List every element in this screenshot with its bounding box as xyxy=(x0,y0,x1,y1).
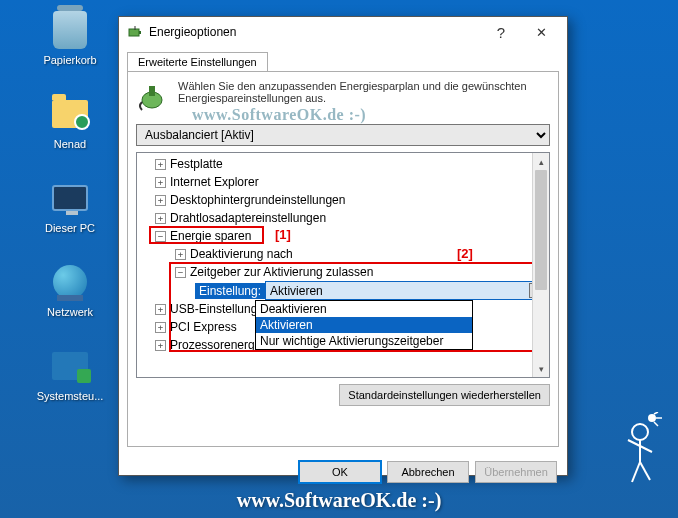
close-button[interactable]: ✕ xyxy=(521,18,561,46)
settings-tree[interactable]: +Festplatte +Internet Explorer +Desktoph… xyxy=(136,152,550,378)
tab-panel: Wählen Sie den anzupassenden Energiespar… xyxy=(127,71,559,447)
svg-rect-3 xyxy=(149,86,155,96)
desktop-icon-network[interactable]: Netzwerk xyxy=(30,262,110,318)
expand-icon[interactable]: + xyxy=(155,213,166,224)
folder-icon xyxy=(50,94,90,134)
recycle-bin-icon xyxy=(50,10,90,50)
tree-item-ie[interactable]: +Internet Explorer xyxy=(141,173,547,191)
annotation-label-2: [2] xyxy=(457,246,473,261)
window-title: Energieoptionen xyxy=(149,25,481,39)
cancel-button[interactable]: Abbrechen xyxy=(387,461,469,483)
tree-item-deaktivierung[interactable]: +Deaktivierung nach xyxy=(141,245,547,263)
dialog-button-row: OK Abbrechen Übernehmen xyxy=(119,455,567,491)
globe-icon xyxy=(50,262,90,302)
ok-button[interactable]: OK xyxy=(299,461,381,483)
tree-item-wlan[interactable]: +Drahtlosadaptereinstellungen xyxy=(141,209,547,227)
desktop-icon-label: Netzwerk xyxy=(30,306,110,318)
desktop-icon-label: Systemsteu... xyxy=(30,390,110,402)
expand-icon[interactable]: + xyxy=(155,340,166,351)
control-panel-icon xyxy=(50,346,90,386)
expand-icon[interactable]: + xyxy=(155,195,166,206)
tabstrip: Erweiterte Einstellungen xyxy=(119,47,567,71)
scroll-up-icon[interactable]: ▴ xyxy=(533,153,549,170)
desktop-icon-user-folder[interactable]: Nenad xyxy=(30,94,110,150)
desktop-icon-this-pc[interactable]: Dieser PC xyxy=(30,178,110,234)
watermark-text: www.SoftwareOK.de :-) xyxy=(192,106,366,124)
expand-icon[interactable]: + xyxy=(155,322,166,333)
scroll-thumb[interactable] xyxy=(535,170,547,290)
monitor-icon xyxy=(50,178,90,218)
watermark-bottom: www.SoftwareOK.de :-) xyxy=(0,489,678,512)
tab-advanced-settings[interactable]: Erweiterte Einstellungen xyxy=(127,52,268,72)
restore-defaults-button[interactable]: Standardeinstellungen wiederherstellen xyxy=(339,384,550,406)
svg-point-5 xyxy=(649,415,655,421)
battery-icon xyxy=(127,24,143,40)
tree-item-desktopbg[interactable]: +Desktophintergrundeinstellungen xyxy=(141,191,547,209)
desktop-icon-recycle-bin[interactable]: Papierkorb xyxy=(30,10,110,66)
desktop-icon-label: Papierkorb xyxy=(30,54,110,66)
expand-icon[interactable]: + xyxy=(175,249,186,260)
expand-icon[interactable]: + xyxy=(155,304,166,315)
help-button[interactable]: ? xyxy=(481,18,521,46)
tree-item-festplatte[interactable]: +Festplatte xyxy=(141,155,547,173)
svg-point-4 xyxy=(632,424,648,440)
annotation-box-1 xyxy=(149,226,264,244)
power-plan-select[interactable]: Ausbalanciert [Aktiv] xyxy=(136,124,550,146)
scroll-down-icon[interactable]: ▾ xyxy=(533,360,549,377)
desktop-icon-label: Dieser PC xyxy=(30,222,110,234)
expand-icon[interactable]: + xyxy=(155,177,166,188)
annotation-label-1: [1] xyxy=(275,227,291,242)
battery-plug-icon xyxy=(136,80,170,114)
tree-scrollbar[interactable]: ▴ ▾ xyxy=(532,153,549,377)
energy-options-dialog: Energieoptionen ? ✕ Erweiterte Einstellu… xyxy=(118,16,568,476)
thinker-doodle-icon xyxy=(610,412,670,492)
desktop-icon-control-panel[interactable]: Systemsteu... xyxy=(30,346,110,402)
apply-button: Übernehmen xyxy=(475,461,557,483)
expand-icon[interactable]: + xyxy=(155,159,166,170)
desktop-icon-label: Nenad xyxy=(30,138,110,150)
svg-rect-0 xyxy=(129,29,139,36)
svg-rect-1 xyxy=(139,31,141,34)
annotation-box-2 xyxy=(169,262,541,352)
titlebar[interactable]: Energieoptionen ? ✕ xyxy=(119,17,567,47)
